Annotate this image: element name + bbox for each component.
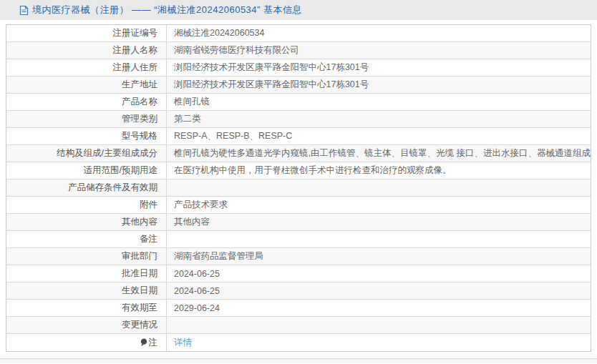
- detail-link[interactable]: 详情: [174, 337, 192, 349]
- row-value: 2024-06-25: [167, 265, 591, 282]
- row-label: 型号规格: [6, 128, 167, 144]
- note-icon: [140, 338, 147, 347]
- table-row: 产品储存条件及有效期: [6, 179, 591, 197]
- row-label: 备注: [6, 231, 167, 247]
- table-row: 注册人住所浏阳经济技术开发区康平路金阳智中心17栋301号: [6, 59, 591, 77]
- table-row: 注册证编号湘械注准20242060534: [6, 25, 591, 42]
- row-value: [167, 317, 591, 333]
- row-label: 变更情况: [6, 317, 167, 333]
- footer-divider: [0, 358, 597, 363]
- row-label: 注: [6, 334, 167, 351]
- row-label: 批准日期: [6, 265, 167, 282]
- row-value: 椎间孔镜: [167, 94, 591, 110]
- table-row: 型号规格RESP-A、RESP-B、RESP-C: [6, 128, 591, 145]
- table-row: 适用范围/预期用途在医疗机构中使用，用于脊柱微创手术中进行检查和治疗的观察成像。: [6, 162, 591, 179]
- row-label: 产品名称: [6, 94, 167, 110]
- row-label: 注册人住所: [6, 59, 167, 76]
- table-row: 批准日期2024-06-25: [6, 265, 591, 282]
- table-row: 生产地址浏阳经济技术开发区康平路金阳智中心17栋301号: [6, 77, 591, 94]
- row-label: 结构及组成/主要组成成分: [6, 145, 167, 162]
- table-row: 注详情: [6, 334, 591, 351]
- row-value: 详情: [167, 334, 591, 351]
- row-label: 管理类别: [6, 111, 167, 127]
- row-value: 浏阳经济技术开发区康平路金阳智中心17栋301号: [167, 77, 591, 93]
- row-label: 附件: [6, 197, 167, 213]
- row-value: 在医疗机构中使用，用于脊柱微创手术中进行检查和治疗的观察成像。: [167, 162, 591, 179]
- table-row: 变更情况: [6, 317, 591, 334]
- table-row: 结构及组成/主要组成成分椎间孔镜为硬性多通道光学内窥镜,由工作镜管、镜主体、目镜…: [6, 145, 591, 162]
- row-value: RESP-A、RESP-B、RESP-C: [167, 128, 591, 144]
- table-row: 审批部门湖南省药品监督管理局: [6, 248, 591, 265]
- table-row: 管理类别第二类: [6, 111, 591, 128]
- row-value: 湖南省锐劳德医疗科技有限公司: [167, 42, 591, 59]
- row-value: [167, 231, 591, 247]
- row-value: [167, 179, 591, 196]
- row-value: 椎间孔镜为硬性多通道光学内窥镜,由工作镜管、镜主体、目镜罩、光缆 接口、进出水接…: [167, 145, 591, 162]
- row-value: 湘械注准20242060534: [167, 25, 591, 41]
- row-label: 生产地址: [6, 77, 167, 93]
- row-value: 湖南省药品监督管理局: [167, 248, 591, 265]
- row-label: 有效期至: [6, 300, 167, 316]
- row-label: 产品储存条件及有效期: [6, 179, 167, 196]
- row-value: 第二类: [167, 111, 591, 127]
- page-header: 境内医疗器械（注册） —— “湘械注准20242060534” 基本信息: [0, 0, 597, 20]
- document-icon: [19, 5, 29, 16]
- table-row: 备注: [6, 231, 591, 248]
- table-row: 有效期至2029-06-24: [6, 300, 591, 317]
- row-value: 2024-06-25: [167, 282, 591, 299]
- page-title: 境内医疗器械（注册） —— “湘械注准20242060534” 基本信息: [32, 4, 302, 16]
- table-row: 注册人名称湖南省锐劳德医疗科技有限公司: [6, 42, 591, 59]
- row-label: 审批部门: [6, 248, 167, 265]
- row-label: 生效日期: [6, 282, 167, 299]
- row-value: 其他内容: [167, 214, 591, 230]
- row-label: 适用范围/预期用途: [6, 162, 167, 179]
- row-label: 其他内容: [6, 214, 167, 230]
- table-row: 其他内容其他内容: [6, 214, 591, 231]
- info-table: 注册证编号湘械注准20242060534注册人名称湖南省锐劳德医疗科技有限公司注…: [6, 24, 591, 352]
- table-row: 生效日期2024-06-25: [6, 282, 591, 300]
- row-label: 注册证编号: [6, 25, 167, 41]
- table-row: 附件产品技术要求: [6, 197, 591, 214]
- row-value: 产品技术要求: [167, 197, 591, 213]
- row-value: 2029-06-24: [167, 300, 591, 316]
- row-label: 注册人名称: [6, 42, 167, 59]
- row-value: 浏阳经济技术开发区康平路金阳智中心17栋301号: [167, 59, 591, 76]
- table-row: 产品名称椎间孔镜: [6, 94, 591, 111]
